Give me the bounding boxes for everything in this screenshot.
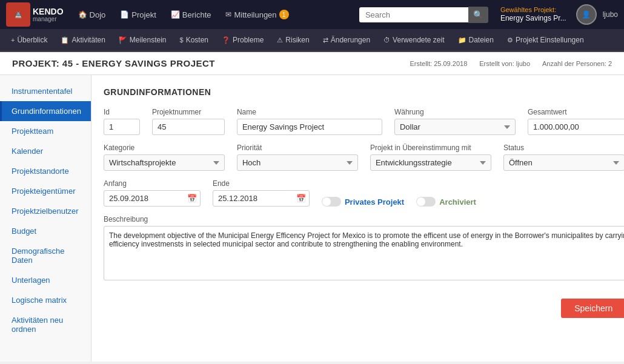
- select-projekt-in[interactable]: Entwicklungsstrategie: [370, 154, 491, 171]
- nav-mitteilungen[interactable]: ✉ Mitteilungen 1: [219, 6, 294, 23]
- save-button[interactable]: Speichern: [561, 299, 624, 318]
- logo[interactable]: 🏯 KENDO manager: [6, 2, 64, 27]
- kosten-icon: $: [180, 36, 184, 44]
- logo-icon: 🏯: [6, 2, 30, 27]
- nav-meilenstein[interactable]: 🚩 Meilenstein: [113, 33, 173, 47]
- nav-verwendete-zeit[interactable]: ⏱ Verwendete zeit: [377, 33, 450, 47]
- nav-berichte[interactable]: 📈 Berichte: [165, 7, 217, 23]
- input-anfang[interactable]: [104, 190, 201, 207]
- page-header: PROJEKT: 45 - ENERGY SAVINGS PROJECT Ers…: [0, 52, 624, 75]
- logo-sub: manager: [33, 16, 64, 22]
- nav-projekt[interactable]: 📄 Projekt: [114, 7, 162, 23]
- button-area: Speichern Neu: [104, 293, 624, 318]
- label-gesamtwert: Gesamtwert: [528, 108, 624, 116]
- privates-projekt-label: Privates Projekt: [345, 197, 404, 207]
- second-navigation: + Überblick 📋 Aktivitäten 🚩 Meilenstein …: [0, 29, 624, 52]
- sidebar-item-budget[interactable]: Budget: [0, 221, 91, 241]
- search-button[interactable]: 🔍: [468, 7, 488, 23]
- nav-probleme[interactable]: ❓ Probleme: [216, 33, 270, 47]
- dateien-icon: 📁: [458, 36, 466, 44]
- einstellungen-icon: ⚙: [507, 36, 513, 44]
- anfang-date-wrapper: 📅: [104, 190, 201, 207]
- textarea-beschreibung[interactable]: The development objective of the Municip…: [104, 226, 624, 280]
- toggle-archiviert-switch[interactable]: [416, 197, 436, 207]
- probleme-icon: ❓: [222, 36, 230, 44]
- mitteilungen-icon: ✉: [225, 10, 231, 19]
- logo-text: KENDO: [33, 7, 64, 16]
- created-date: Erstellt: 25.09.2018: [410, 60, 467, 67]
- sidebar-item-instrumententafel[interactable]: Instrumententafel: [0, 81, 91, 101]
- field-gesamtwert: Gesamtwert: [528, 108, 624, 135]
- nav-uberblick[interactable]: + Überblick: [5, 33, 53, 47]
- toggle-group: Privates Projekt Archiviert: [322, 182, 476, 207]
- selected-project-area: Gewähltes Projekt: Energy Savings Pr...: [500, 5, 566, 24]
- page-title: PROJEKT: 45 - ENERGY SAVINGS PROJECT: [12, 58, 215, 68]
- toggle-privates-projekt-switch[interactable]: [322, 197, 341, 207]
- label-prioritaet: Priorität: [237, 144, 358, 152]
- nav-aktivitaten[interactable]: 📋 Aktivitäten: [55, 33, 111, 47]
- input-ende[interactable]: [213, 190, 310, 207]
- sidebar-item-grundinformationen[interactable]: Grundinformationen: [0, 101, 91, 121]
- label-anfang: Anfang: [104, 179, 201, 188]
- nav-kosten[interactable]: $ Kosten: [174, 33, 214, 47]
- sidebar-item-projektteam[interactable]: Projektteam: [0, 121, 91, 141]
- label-kategorie: Kategorie: [104, 144, 225, 152]
- nav-dojo[interactable]: 🏠 Dojo: [72, 7, 112, 23]
- sidebar-item-projekteigentumer[interactable]: Projekteigentümer: [0, 181, 91, 201]
- toggle-archiviert[interactable]: Archiviert: [416, 197, 476, 207]
- field-waehrung: Währung Dollar: [394, 108, 516, 135]
- label-name: Name: [237, 108, 382, 116]
- select-waehrung[interactable]: Dollar: [394, 119, 516, 135]
- nav-projekt-einstellungen[interactable]: ⚙ Projekt Einstellungen: [501, 33, 590, 47]
- search-input[interactable]: [359, 7, 468, 22]
- nav-dateien[interactable]: 📁 Dateien: [452, 33, 500, 47]
- dojo-icon: 🏠: [78, 10, 87, 19]
- toggle-privates-projekt[interactable]: Privates Projekt: [322, 197, 404, 207]
- input-id[interactable]: [104, 119, 140, 135]
- toggle-row: Privates Projekt Archiviert: [322, 197, 476, 207]
- field-kategorie: Kategorie Wirtschaftsprojekte: [104, 144, 225, 171]
- ende-date-wrapper: 📅: [213, 190, 310, 207]
- main-content: GRUNDINFORMATIONEN Id Projektnummer Name…: [91, 75, 624, 362]
- sidebar: Instrumententafel Grundinformationen Pro…: [0, 75, 91, 362]
- label-id: Id: [104, 108, 140, 116]
- input-gesamtwert[interactable]: [528, 119, 624, 135]
- sidebar-item-demografische-daten[interactable]: Demografische Daten: [0, 241, 91, 270]
- input-projektnummer[interactable]: [152, 119, 225, 135]
- field-prioritaet: Priorität Hoch: [237, 144, 358, 171]
- nav-anderungen[interactable]: ⇄ Änderungen: [317, 33, 376, 47]
- user-name: ljubo: [603, 10, 618, 19]
- sidebar-item-kalender[interactable]: Kalender: [0, 141, 91, 161]
- selected-project-label: Gewähltes Projekt:: [500, 5, 566, 14]
- field-projekt-in: Projekt in Übereinstimmung mit Entwicklu…: [370, 144, 491, 171]
- selected-project-name: Energy Savings Pr...: [500, 14, 566, 24]
- content-area: Instrumententafel Grundinformationen Pro…: [0, 75, 624, 362]
- berichte-icon: 📈: [171, 10, 180, 19]
- select-kategorie[interactable]: Wirtschaftsprojekte: [104, 154, 225, 171]
- field-beschreibung: Beschreibung The development objective o…: [104, 215, 624, 280]
- field-status: Status Öffnen: [503, 144, 624, 171]
- label-waehrung: Währung: [394, 108, 516, 116]
- label-projekt-in: Projekt in Übereinstimmung mit: [370, 144, 491, 152]
- meilenstein-icon: 🚩: [119, 36, 127, 44]
- sidebar-item-projektstandorte[interactable]: Projektstandorte: [0, 161, 91, 181]
- sidebar-item-projektzielbenutzer[interactable]: Projektzielbenutzer: [0, 201, 91, 221]
- sidebar-item-aktivitaten-neu-ordnen[interactable]: Aktivitäten neu ordnen: [0, 310, 91, 339]
- label-projektnummer: Projektnummer: [152, 108, 225, 116]
- sidebar-item-logische-matrix[interactable]: Logische matrix: [0, 290, 91, 310]
- verwendete-zeit-icon: ⏱: [383, 36, 390, 44]
- search-area: 🔍: [359, 7, 488, 23]
- sidebar-item-unterlagen[interactable]: Unterlagen: [0, 270, 91, 290]
- select-status[interactable]: Öffnen: [503, 154, 624, 171]
- field-projektnummer: Projektnummer: [152, 108, 225, 135]
- section-title: GRUNDINFORMATIONEN: [104, 87, 624, 97]
- avatar[interactable]: 👤: [576, 4, 597, 25]
- select-prioritaet[interactable]: Hoch: [237, 154, 358, 171]
- top-navigation: 🏯 KENDO manager 🏠 Dojo 📄 Projekt 📈 Beric…: [0, 0, 624, 29]
- field-name: Name: [237, 108, 382, 135]
- field-id: Id: [104, 108, 140, 135]
- nav-risiken[interactable]: ⚠ Risiken: [271, 33, 315, 47]
- input-name[interactable]: [237, 119, 382, 135]
- archiviert-label: Archiviert: [439, 197, 476, 207]
- created-by: Erstellt von: ljubo: [479, 60, 530, 67]
